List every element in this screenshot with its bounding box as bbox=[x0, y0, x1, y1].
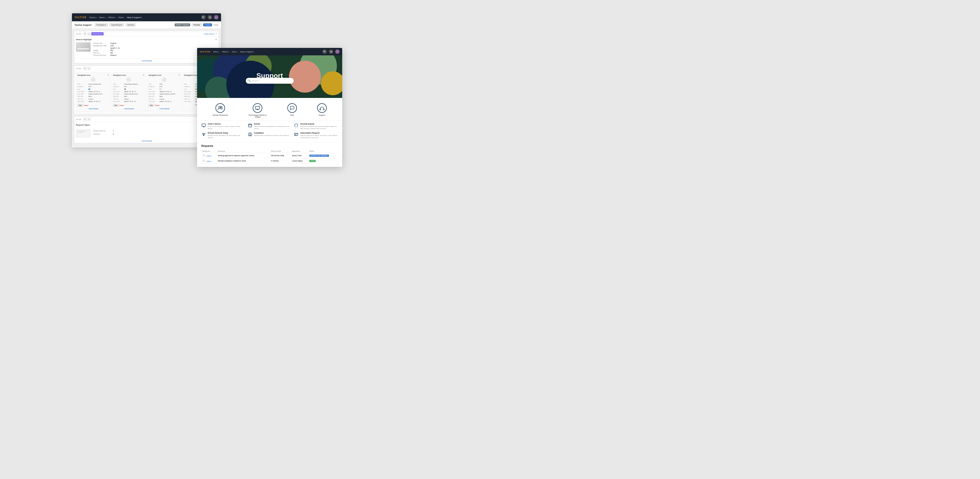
nav-icon-label-tech: Technology Policies & Guides bbox=[248, 114, 267, 118]
versions-button[interactable]: Versions bbox=[126, 23, 136, 27]
row1-ref-link[interactable]: XSD-4 bbox=[206, 160, 212, 162]
preview-nav-icons: Human Resources Technology Policies & Gu… bbox=[197, 98, 342, 121]
col2-delete-button[interactable]: Delete bbox=[119, 104, 124, 107]
prop-value: 500 bbox=[110, 49, 113, 51]
edit-icon[interactable]: ✏ bbox=[88, 32, 91, 35]
add-module-col1[interactable]: + Add Module bbox=[78, 107, 109, 111]
section1-close[interactable]: ✕ bbox=[215, 33, 217, 35]
prop-label: Background color bbox=[93, 45, 109, 46]
preview-nav-help[interactable]: Help & Support ▾ bbox=[240, 51, 254, 53]
icon-preview-2 bbox=[126, 77, 131, 82]
nav-icon-col3-title: Navigation Icon bbox=[149, 74, 161, 76]
nav-col1-props: TitleHuman Resources Image ty...Icon Ico… bbox=[78, 83, 109, 103]
user-avatar[interactable] bbox=[335, 49, 339, 54]
table-row: XSD-4 Remote assistance needed for event… bbox=[201, 158, 338, 163]
request-item-0: Order a Device Order a new computer, pho… bbox=[201, 123, 245, 130]
hero-search-bar[interactable]: 🔍 Search bbox=[246, 78, 294, 84]
nav-icon-item-faq[interactable]: FAQ bbox=[287, 103, 297, 116]
recommended-icon[interactable]: Recommended bbox=[91, 32, 103, 35]
preview-nav-news[interactable]: News ▾ bbox=[213, 51, 220, 53]
settings-icon[interactable]: ⚙ bbox=[329, 49, 333, 54]
row0-ref: XSD-5 bbox=[201, 153, 217, 158]
preview-nav-offices[interactable]: Offices ▾ bbox=[222, 51, 229, 53]
col2-edit-button[interactable]: Edit bbox=[113, 104, 119, 107]
nav-icon-item-tech[interactable]: Technology Policies & Guides bbox=[248, 103, 267, 118]
request-types-content: Service Desk ID 1 Columns 3 bbox=[76, 129, 217, 137]
nav-icon-item-hr[interactable]: Human Resources bbox=[213, 103, 228, 116]
row0-ref-link[interactable]: XSD-5 bbox=[206, 155, 212, 157]
nav-item-help[interactable]: Help & Support ▾ bbox=[127, 16, 142, 19]
search-icon[interactable]: 🔍 bbox=[201, 15, 205, 19]
draft-status-badge: DRAFT SAVED bbox=[175, 24, 190, 26]
templates-button[interactable]: Templates bbox=[95, 23, 108, 27]
import-export-button[interactable]: Import/Export bbox=[110, 23, 124, 27]
nav-icon-item-support[interactable]: Support bbox=[317, 103, 327, 116]
col-summary: Summary bbox=[217, 149, 270, 153]
nav-icon-col4-title: Navigation Icon bbox=[184, 74, 197, 76]
font-icon[interactable]: A bbox=[83, 32, 86, 35]
chevron-icon: ▾ bbox=[95, 16, 96, 18]
preview-nav-tools[interactable]: Tools ▾ bbox=[232, 51, 237, 53]
col1-settings-icon[interactable]: ⚙ bbox=[107, 74, 109, 76]
col3-delete-button[interactable]: Delete bbox=[155, 104, 159, 107]
section2-label: No title bbox=[76, 68, 81, 70]
request-desc-2: Request assistance with security-related… bbox=[300, 125, 338, 130]
nav-icon-col1-header: Navigation Icon ⚙ bbox=[78, 74, 109, 76]
user-avatar[interactable] bbox=[214, 15, 218, 19]
publish-button[interactable]: Publish bbox=[203, 24, 212, 26]
editor-topnav: TACTIVE Teams ▾ News ▾ Offices ▾ Tools ▾… bbox=[72, 13, 221, 21]
row0-requester: Anson Chan bbox=[291, 153, 309, 158]
edit-icon[interactable]: ✏ bbox=[88, 67, 91, 70]
nav-item-offices[interactable]: Offices ▾ bbox=[108, 16, 116, 19]
nav-item-tools[interactable]: Tools ▾ bbox=[118, 16, 124, 19]
section1-icons: A ✏ Recommended bbox=[83, 32, 103, 35]
request-title-4: Installation bbox=[254, 132, 292, 134]
col3-settings-icon[interactable]: ⚙ bbox=[178, 74, 180, 76]
chevron-icon: ▾ bbox=[237, 51, 237, 53]
section1-topbar: No title A ✏ Recommended + Add Column ✕ bbox=[74, 31, 219, 37]
col1-delete-button[interactable]: Delete bbox=[84, 104, 88, 107]
page-title: Tactive Support bbox=[75, 24, 92, 26]
close-button[interactable]: Close bbox=[213, 24, 218, 26]
nav-icon-circle-support bbox=[317, 103, 327, 113]
module-settings-icon[interactable]: ⚙ bbox=[215, 38, 217, 41]
section3-label: No title bbox=[76, 119, 81, 120]
col3-edit-button[interactable]: Edit bbox=[149, 104, 154, 107]
prop-label bbox=[93, 47, 109, 49]
col-status: Status bbox=[309, 149, 338, 153]
request-icon-install bbox=[248, 132, 253, 137]
module-content-row: Primary text Support Background color co… bbox=[76, 42, 217, 57]
nav-col1-buttons: Edit Delete bbox=[78, 104, 109, 107]
nav-item-news[interactable]: News ▾ bbox=[99, 16, 105, 19]
add-module-col3[interactable]: + Add Module bbox=[149, 107, 180, 111]
nav-icon-label-support: Support bbox=[319, 114, 325, 116]
edit-icon[interactable]: ✏ bbox=[88, 117, 91, 121]
svg-point-1 bbox=[221, 106, 222, 108]
add-module-col2[interactable]: + Add Module bbox=[113, 107, 145, 111]
svg-point-0 bbox=[219, 106, 221, 108]
col2-settings-icon[interactable]: ⚙ bbox=[143, 74, 144, 76]
font-icon[interactable]: A bbox=[83, 117, 86, 121]
request-types-title: Request Types bbox=[76, 124, 90, 126]
row0-status: WAITING FOR SUPPORT bbox=[309, 153, 338, 158]
preview-search-bar bbox=[77, 48, 89, 49]
prop-value: rgba(0, 0, 0) bbox=[110, 47, 119, 49]
add-column-button[interactable]: + Add Column bbox=[204, 33, 215, 35]
prop-label: Primary text size bbox=[93, 54, 109, 56]
prop-value: Medium bbox=[110, 54, 116, 56]
settings-icon[interactable]: ⚙ bbox=[208, 15, 212, 19]
prop-label: Primary text bbox=[93, 42, 109, 44]
row1-status: OPEN bbox=[309, 158, 338, 163]
nav-icon-col3-header: Navigation Icon ⚙ bbox=[149, 74, 180, 76]
search-icon[interactable]: 🔍 bbox=[323, 49, 327, 54]
nav-item-teams[interactable]: Teams ▾ bbox=[89, 16, 96, 19]
search-icon: 🔍 bbox=[248, 79, 251, 82]
request-text-4: Installation Request help installing new… bbox=[254, 132, 292, 136]
font-icon[interactable]: A bbox=[83, 67, 86, 70]
nav-icon-label-hr: Human Resources bbox=[213, 114, 228, 116]
preview-button[interactable]: Preview bbox=[192, 23, 202, 27]
icon-preview-1 bbox=[91, 77, 95, 82]
row0-summary: Seeking approval to expense ergonomic mo… bbox=[217, 153, 270, 158]
editor-nav-right: 🔍 ⚙ bbox=[201, 15, 218, 19]
col1-edit-button[interactable]: Edit bbox=[78, 104, 83, 107]
